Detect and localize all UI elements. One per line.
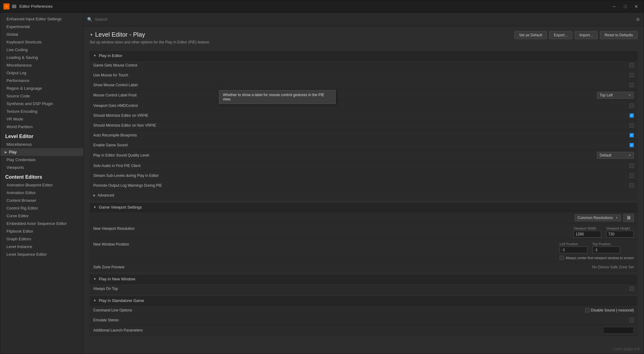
sidebar-item-le-misc[interactable]: Miscellaneous [0,140,83,148]
setting-launch-params: Additional Launch Parameters [90,325,638,336]
show-mouse-label-checkbox[interactable] [630,83,634,87]
setting-label: Command Line Options [93,308,585,312]
sidebar-item-level-sequence[interactable]: Level Sequence Editor [0,250,83,258]
play-in-editor-group: ▼ Play in Editor Game Gets Mouse Control… [90,51,638,200]
disable-sound-checkbox[interactable] [585,308,590,312]
enable-game-sound-checkbox[interactable] [630,143,634,147]
sidebar-item-live-coding[interactable]: Live Coding [0,46,83,54]
promote-log-checkbox[interactable] [630,183,634,188]
launch-params-input[interactable] [603,327,634,334]
close-button[interactable]: ✕ [632,2,641,11]
sidebar-item-graph-editors[interactable]: Graph Editors [0,235,83,243]
group-title: Play in Standalone Game [99,298,144,303]
section-collapse-arrow[interactable]: ▼ [90,33,93,37]
sidebar-item-miscellaneous[interactable]: Miscellaneous [0,61,83,69]
editor-preferences-window: Editor Preferences ─ □ ✕ Enhanced Input … [0,0,644,354]
sidebar-item-synthesis[interactable]: Synthesis and DSP Plugin [0,100,83,108]
center-label: Always center first viewport window to s… [566,256,634,260]
sidebar-item-experimental[interactable]: Experimental [0,23,83,31]
setting-control: Left Position Top Position Alw [560,242,634,260]
minimize-non-vrpie-checkbox[interactable] [630,123,634,128]
setting-control [630,63,634,67]
emulate-stereo-checkbox[interactable] [630,318,634,322]
play-new-window-header[interactable]: ▼ Play in New Window [90,275,638,284]
stream-sublevels-checkbox[interactable] [630,173,634,178]
setting-control: Top Left [597,92,634,99]
play-standalone-group: ▼ Play in Standalone Game Command Line O… [90,296,638,336]
sidebar-item-anim-editor[interactable]: Animation Editor [0,189,83,197]
advanced-label: Advanced [98,193,634,197]
header-left: ▼ Level Editor - Play Set up window size… [90,31,514,48]
minimize-vrpie-checkbox[interactable] [630,113,634,118]
maximize-button[interactable]: □ [621,2,630,11]
center-viewport-checkbox[interactable] [560,256,564,260]
sound-quality-dropdown[interactable]: Default [597,152,634,159]
setting-minimize-vrpie: Should Minimize Editor on VRPIE [90,111,638,120]
sidebar-item-output-log[interactable]: Output Log [0,69,83,77]
setting-label: Additional Launch Parameters [93,328,603,332]
sidebar-item-le-play-creds[interactable]: Play Credentials [0,156,83,164]
sidebar-item-global[interactable]: Global [0,31,83,38]
setting-control [603,327,634,334]
sidebar-item-curve-editor[interactable]: Curve Editor [0,212,83,220]
viewport-height-group: Viewport Height [606,226,634,238]
sidebar-item-world-partition[interactable]: World Partition [0,123,83,131]
sidebar-item-le-viewports[interactable]: Viewports [0,164,83,171]
always-on-top-checkbox[interactable] [630,287,634,291]
viewport-width-group: Viewport Width [574,226,601,238]
top-position-label: Top Position [592,242,620,246]
sidebar-item-vr-mode[interactable]: VR Mode [0,115,83,123]
setting-emulate-stereo: Emulate Stereo [90,315,638,325]
search-settings-icon[interactable]: ⚙ [636,17,640,22]
group-title: Play in Editor [99,53,123,58]
sidebar-item-texture-encoding[interactable]: Texture Encoding [0,108,83,115]
common-resolutions-dropdown[interactable]: Common Resolutions [575,214,621,221]
sidebar-item-le-play[interactable]: ▶ Play [0,148,83,156]
setting-control [630,133,634,137]
auto-recompile-checkbox[interactable] [630,133,634,137]
solo-audio-checkbox[interactable] [630,164,634,168]
viewport-height-input[interactable] [606,231,634,238]
tooltip: Whether to show a label for mouse contro… [219,90,336,104]
setting-minimize-non-vrpie: Should Minimize Editor on Non VRPIE [90,120,638,130]
game-viewport-header[interactable]: ▼ Game Viewport Settings [90,203,638,212]
import-button[interactable]: Import... [575,31,598,39]
setting-command-line: Command Line Options Disable Sound (-nos… [90,305,638,315]
left-position-input[interactable] [560,246,587,253]
sidebar-item-anim-bp[interactable]: Animation Blueprint Editor [0,181,83,189]
sidebar-item-source-code[interactable]: Source Code [0,92,83,100]
main-panel: 🔍 ⚙ ▼ Level Editor - Play Set up window … [83,13,644,354]
use-mouse-touch-checkbox[interactable] [630,73,634,77]
sidebar: Enhanced Input Editor Settings Experimen… [0,13,83,354]
sidebar-item-content-browser[interactable]: Content Browser [0,197,83,204]
sidebar-item-level-instance[interactable]: Level Instance [0,243,83,250]
sidebar-item-performance[interactable]: Performance [0,77,83,84]
resolution-image-button[interactable]: 🖥 [623,214,634,222]
play-standalone-header[interactable]: ▼ Play in Standalone Game [90,296,638,305]
setting-label: New Window Position [93,242,560,246]
reset-defaults-button[interactable]: Reset to Defaults [600,31,638,39]
top-position-group: Top Position [592,242,620,253]
mouse-label-position-dropdown[interactable]: Top Left [597,92,634,99]
setting-label: Auto Recompile Blueprints [93,133,630,137]
sidebar-item-loading-saving[interactable]: Loading & Saving [0,54,83,61]
sidebar-item-control-rig[interactable]: Control Rig Editor [0,204,83,212]
search-input[interactable] [95,17,636,22]
set-default-button[interactable]: Set as Default [514,31,547,39]
play-in-editor-header[interactable]: ▼ Play in Editor [90,51,638,60]
game-gets-mouse-checkbox[interactable] [630,63,634,67]
viewport-hmd-checkbox[interactable] [630,104,634,108]
sidebar-item-keyboard-shortcuts[interactable]: Keyboard Shortcuts [0,38,83,46]
advanced-row[interactable]: ▶ Advanced [90,190,638,200]
sidebar-item-region-language[interactable]: Region & Language [0,84,83,92]
sidebar-item-enhanced-input[interactable]: Enhanced Input Editor Settings [0,15,83,23]
sidebar-item-flipbook[interactable]: Flipbook Editor [0,227,83,235]
setting-promote-log: Promote Output Log Warnings During PIE [90,181,638,190]
sidebar-item-embedded-actor[interactable]: Embedded Actor Sequence Editor [0,220,83,227]
section-actions: Set as Default Export... Import... Reset… [514,31,638,39]
top-position-input[interactable] [592,246,620,253]
viewport-width-input[interactable] [574,231,601,238]
minimize-button[interactable]: ─ [610,2,618,11]
setting-label: Enable Game Sound [93,143,630,147]
export-button[interactable]: Export... [549,31,572,39]
